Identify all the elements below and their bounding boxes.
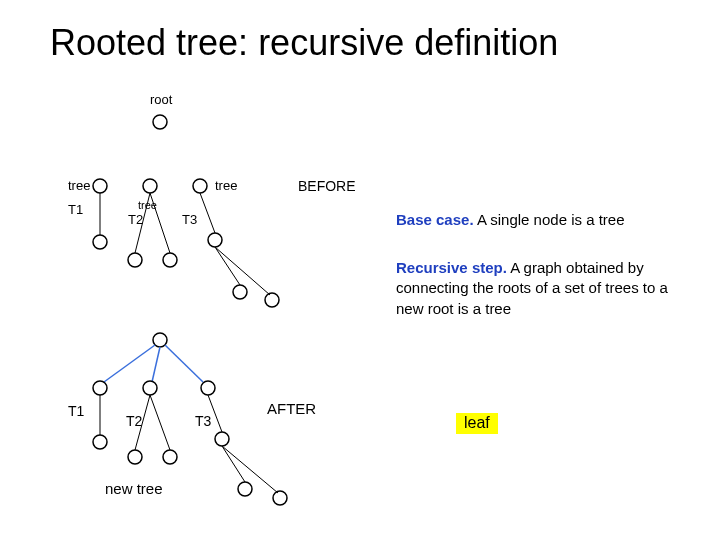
diagram: root tree T1 tree T2 tree T3 [60, 90, 380, 514]
svg-point-22 [93, 435, 107, 449]
svg-point-23 [143, 381, 157, 395]
svg-point-3 [93, 235, 107, 249]
svg-point-34 [273, 491, 287, 505]
label-root: root [150, 92, 173, 107]
svg-point-16 [153, 333, 167, 347]
svg-line-18 [152, 347, 160, 382]
svg-point-4 [143, 179, 157, 193]
slide: Rooted tree: recursive definition root t… [0, 0, 720, 540]
label-t2b: T2 [126, 413, 143, 429]
label-t2: T2 [128, 212, 143, 227]
base-case-body: A single node is a tree [474, 211, 625, 228]
label-t1b: T1 [68, 403, 85, 419]
svg-point-26 [128, 450, 142, 464]
svg-point-27 [163, 450, 177, 464]
base-case-text: Base case. A single node is a tree [396, 210, 686, 230]
svg-point-28 [201, 381, 215, 395]
page-title: Rooted tree: recursive definition [50, 22, 670, 64]
svg-point-33 [238, 482, 252, 496]
label-new-tree: new tree [105, 480, 163, 497]
recursive-step-text: Recursive step. A graph obtained by conn… [396, 258, 686, 319]
leaf-highlight: leaf [456, 413, 498, 434]
svg-point-1 [93, 179, 107, 193]
label-after: AFTER [267, 400, 316, 417]
base-case-heading: Base case. [396, 211, 474, 228]
svg-line-6 [150, 193, 170, 253]
label-before: BEFORE [298, 178, 356, 194]
svg-point-0 [153, 115, 167, 129]
recursive-step-heading: Recursive step. [396, 259, 507, 276]
label-t3: T3 [182, 212, 197, 227]
svg-line-17 [104, 345, 155, 382]
svg-line-32 [222, 446, 278, 493]
label-t1: T1 [68, 202, 83, 217]
svg-line-10 [200, 193, 215, 233]
svg-line-13 [215, 247, 270, 295]
svg-line-25 [150, 395, 170, 450]
svg-point-9 [193, 179, 207, 193]
svg-point-8 [163, 253, 177, 267]
svg-point-15 [265, 293, 279, 307]
svg-line-19 [165, 345, 203, 382]
svg-point-7 [128, 253, 142, 267]
svg-point-30 [215, 432, 229, 446]
label-tree-right: tree [215, 178, 237, 193]
label-t3b: T3 [195, 413, 212, 429]
label-tree-left: tree [68, 178, 90, 193]
svg-point-20 [93, 381, 107, 395]
svg-point-11 [208, 233, 222, 247]
svg-point-14 [233, 285, 247, 299]
svg-line-31 [222, 446, 245, 482]
